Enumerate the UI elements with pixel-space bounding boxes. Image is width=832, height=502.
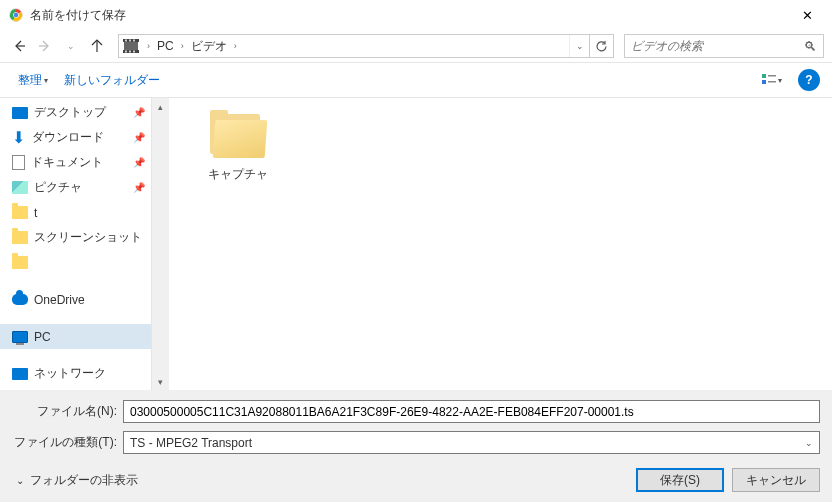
scroll-up[interactable]: ▴ [152,98,169,115]
navigation-tree[interactable]: デスクトップ📌 ⬇ダウンロード📌 ドキュメント📌 ピクチャ📌 t スクリーンショ… [0,98,152,390]
search-input[interactable] [631,39,804,53]
folder-icon [12,206,28,219]
scroll-down[interactable]: ▾ [152,373,169,390]
document-icon [12,155,25,170]
address-history-dropdown[interactable]: ⌄ [569,35,589,57]
svg-point-3 [14,13,18,17]
chevron-right-icon[interactable]: › [143,41,154,51]
svg-rect-14 [762,80,766,84]
filename-label: ファイル名(N): [12,403,117,420]
svg-rect-7 [125,40,127,42]
chevron-down-icon: ⌄ [805,438,813,448]
view-options-button[interactable]: ▾ [756,68,788,92]
tree-downloads[interactable]: ⬇ダウンロード📌 [0,125,151,150]
network-icon [12,368,28,380]
svg-rect-8 [129,40,131,42]
download-icon: ⬇ [12,131,26,145]
file-list[interactable]: キャプチャ [169,98,832,390]
svg-rect-9 [133,40,135,42]
chevron-right-icon[interactable]: › [177,41,188,51]
breadcrumb-pc[interactable]: PC [154,39,177,53]
svg-rect-15 [768,75,776,77]
folder-icon [12,231,28,244]
svg-rect-12 [133,51,135,53]
tree-screenshots[interactable]: スクリーンショット [0,225,151,250]
tree-pictures[interactable]: ピクチャ📌 [0,175,151,200]
filename-input[interactable] [123,400,820,423]
organize-menu[interactable]: 整理▾ [12,68,54,93]
up-button[interactable] [86,35,108,57]
chevron-down-icon: ⌄ [16,475,24,486]
search-icon[interactable]: 🔍︎ [804,39,817,54]
filetype-select[interactable]: TS - MPEG2 Transport⌄ [123,431,820,454]
hide-folders-toggle[interactable]: ⌄ フォルダーの非表示 [12,472,138,489]
window-title: 名前を付けて保存 [30,7,784,24]
refresh-button[interactable] [589,35,613,57]
recent-dropdown[interactable]: ⌄ [60,35,82,57]
onedrive-icon [12,294,28,305]
cancel-button[interactable]: キャンセル [732,468,820,492]
folder-icon [12,256,28,269]
search-box[interactable]: 🔍︎ [624,34,824,58]
new-folder-button[interactable]: 新しいフォルダー [58,68,166,93]
breadcrumb-videos[interactable]: ビデオ [188,38,230,55]
pc-icon [12,331,28,343]
back-button[interactable] [8,35,30,57]
tree-t[interactable]: t [0,200,151,225]
tree-pc[interactable]: PC [0,324,151,349]
folder-item[interactable]: キャプチャ [193,110,283,183]
svg-rect-11 [129,51,131,53]
svg-rect-16 [768,81,776,83]
tree-scrollbar[interactable]: ▴ ▾ [152,98,169,390]
pin-icon: 📌 [133,157,145,168]
chevron-right-icon[interactable]: › [230,41,241,51]
svg-rect-4 [124,41,138,51]
videos-location-icon [121,36,141,56]
folder-label: キャプチャ [193,166,283,183]
svg-rect-13 [762,74,766,78]
tree-onedrive[interactable]: OneDrive [0,287,151,312]
address-bar[interactable]: › PC › ビデオ › ⌄ [118,34,614,58]
folder-icon [208,110,268,158]
filetype-label: ファイルの種類(T): [12,434,117,451]
help-button[interactable]: ? [798,69,820,91]
pin-icon: 📌 [133,182,145,193]
tree-blank-folder[interactable] [0,250,151,275]
desktop-icon [12,107,28,119]
forward-button[interactable] [34,35,56,57]
tree-documents[interactable]: ドキュメント📌 [0,150,151,175]
pin-icon: 📌 [133,107,145,118]
svg-rect-10 [125,51,127,53]
save-button[interactable]: 保存(S) [636,468,724,492]
tree-desktop[interactable]: デスクトップ📌 [0,100,151,125]
pictures-icon [12,181,28,194]
close-button[interactable]: ✕ [784,0,830,30]
tree-network[interactable]: ネットワーク [0,361,151,386]
chrome-icon [8,7,24,23]
pin-icon: 📌 [133,132,145,143]
